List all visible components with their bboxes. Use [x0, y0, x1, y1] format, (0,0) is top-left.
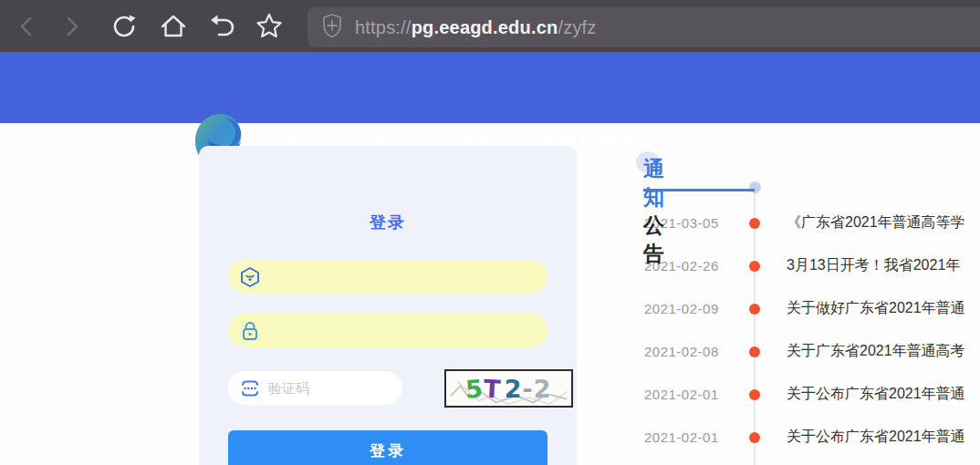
notice-date: 2021-02-09: [644, 301, 732, 316]
browser-toolbar: https://pg.eeagd.edu.cn/zyfz: [0, 0, 980, 52]
notice-date: 2021-02-08: [644, 344, 732, 359]
timeline-dot: [749, 346, 760, 357]
home-button[interactable]: [157, 0, 190, 52]
notice-row: 2021-02-26 3月13日开考！我省2021年: [0, 256, 980, 278]
notices-title-underline: [643, 189, 755, 191]
url-host: pg.eeagd.edu.cn: [412, 17, 558, 37]
app-header: 广东省2021年普通高考志愿填报辅助系统: [0, 52, 980, 123]
url-text: https://pg.eeagd.edu.cn/zyfz: [355, 17, 597, 38]
refresh-button[interactable]: [108, 0, 141, 52]
notice-link[interactable]: 关于广东省2021年普通高考: [787, 342, 965, 361]
url-scheme: https://: [355, 17, 412, 37]
timeline-dot: [749, 389, 760, 400]
bookmark-star-button[interactable]: [252, 0, 287, 52]
timeline-dot: [749, 304, 760, 315]
notice-link[interactable]: 关于做好广东省2021年普通: [787, 299, 965, 318]
url-path: /zyfz: [558, 17, 596, 37]
star-icon: [254, 11, 285, 42]
notice-row: 2021-02-01 关于公布广东省2021年普通: [0, 428, 980, 450]
shield-icon: [320, 12, 344, 43]
timeline-dot: [749, 261, 760, 272]
notice-link[interactable]: 关于公布广东省2021年普通: [787, 428, 965, 447]
notice-link[interactable]: 《广东省2021年普通高等学: [787, 213, 965, 232]
undo-button[interactable]: [206, 0, 237, 52]
forward-button[interactable]: [58, 0, 86, 52]
timeline-top-dot: [749, 181, 761, 193]
notices-title-dark: 公告: [643, 213, 664, 265]
notice-row: 2021-02-01 关于公布广东省2021年普通: [0, 385, 980, 407]
notice-date: 2021-02-01: [644, 387, 732, 402]
chevron-right-icon: [62, 14, 82, 39]
app-window: https://pg.eeagd.edu.cn/zyfz 广东省2021年普通高…: [0, 0, 980, 465]
back-button[interactable]: [13, 0, 40, 52]
refresh-icon: [109, 12, 139, 41]
url-bar[interactable]: https://pg.eeagd.edu.cn/zyfz: [308, 7, 980, 47]
notice-row: 2021-03-05 《广东省2021年普通高等学: [0, 213, 980, 235]
notice-row: 2021-02-08 关于广东省2021年普通高考: [0, 342, 980, 364]
undo-icon: [208, 13, 235, 40]
notice-link[interactable]: 3月13日开考！我省2021年: [787, 256, 960, 275]
chevron-left-icon: [16, 14, 36, 39]
notice-row: 2021-02-09 关于做好广东省2021年普通: [0, 299, 980, 321]
notices-title-blue: 通知: [643, 157, 664, 209]
lock-icon: [239, 320, 261, 342]
home-icon: [159, 12, 188, 41]
timeline-dot: [749, 218, 760, 229]
notice-date: 2021-02-01: [644, 429, 732, 445]
notice-link[interactable]: 关于公布广东省2021年普通: [787, 385, 965, 404]
timeline-dot: [749, 432, 760, 443]
notices-title: 通知公告: [643, 155, 664, 268]
